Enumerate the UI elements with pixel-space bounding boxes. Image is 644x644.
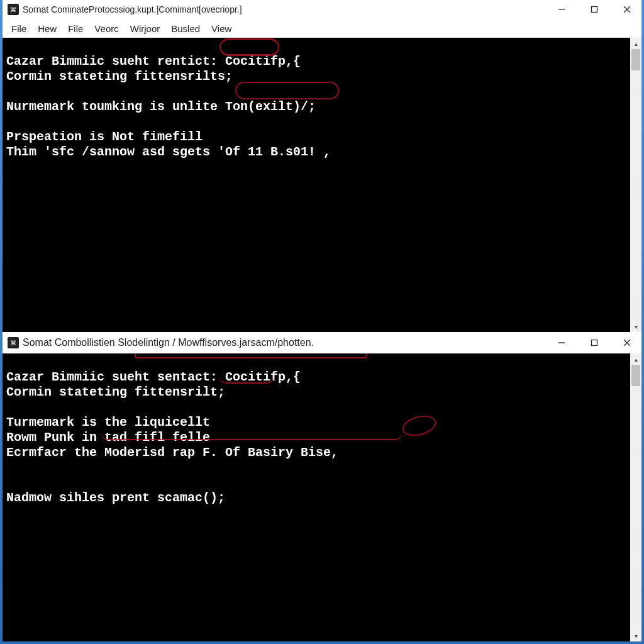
menu-item[interactable]: Hew — [38, 23, 57, 34]
terminal-output[interactable]: Cazar Bimmiic sueht rentict: Cocitifp,{ … — [3, 38, 630, 332]
titlebar[interactable]: ⌘ Somat Combollistien Slodelintign / Mow… — [3, 332, 641, 353]
svg-rect-5 — [592, 340, 597, 346]
window-title: Sornat CominateProtocssiog.kupt.]Comiman… — [23, 4, 242, 14]
menu-item[interactable]: File — [11, 23, 26, 34]
menu-item[interactable]: Busled — [171, 23, 200, 34]
terminal-area: Cazar Bimmiic sueht sentact: Cocitifp,{ … — [3, 353, 641, 641]
terminal-line: Rowm Punk in tad fifl felle — [6, 430, 210, 445]
app-icon: ⌘ — [8, 337, 19, 348]
terminal-line: Cazar Bimmiic sueht sentact: Cocitifp,{ — [6, 370, 301, 384]
window-bottom: ⌘ Somat Combollistien Slodelintign / Mow… — [3, 332, 641, 641]
terminal-line: Cazar Bimmiic sueht rentict: Cocitifp,{ — [6, 54, 301, 69]
menu-item[interactable]: File — [68, 23, 83, 34]
close-button[interactable] — [613, 0, 641, 19]
terminal-line: Turmemark is the liquicellt — [6, 415, 210, 430]
terminal-area: Cazar Bimmiic sueht rentict: Cocitifp,{ … — [3, 38, 641, 332]
terminal-output[interactable]: Cazar Bimmiic sueht sentact: Cocitifp,{ … — [3, 353, 630, 641]
app-icon: ⌘ — [8, 4, 19, 15]
close-button[interactable] — [613, 333, 641, 352]
window-title: Somat Combollistien Slodelintign / Mowff… — [23, 337, 314, 348]
scroll-track[interactable] — [630, 365, 641, 630]
scroll-up-icon[interactable]: ▴ — [630, 38, 641, 49]
minimize-button[interactable] — [547, 333, 576, 352]
svg-rect-1 — [592, 7, 597, 13]
maximize-button[interactable] — [580, 333, 609, 352]
maximize-button[interactable] — [580, 0, 609, 19]
scroll-down-icon[interactable]: ▾ — [630, 321, 641, 332]
terminal-line: Cormin stateting fittensrilts; — [6, 69, 233, 84]
terminal-line: Cormin stateting fittensrilt; — [6, 385, 225, 399]
menu-item[interactable]: Wirjoor — [130, 23, 160, 34]
terminal-line: Nadmow sihles prent scamac(); — [6, 491, 225, 505]
scroll-track[interactable] — [630, 49, 641, 321]
scroll-thumb[interactable] — [631, 49, 640, 70]
minimize-button[interactable] — [547, 0, 576, 19]
scroll-thumb[interactable] — [631, 365, 640, 386]
vertical-scrollbar[interactable]: ▴ ▾ — [630, 353, 641, 641]
titlebar[interactable]: ⌘ Sornat CominateProtocssiog.kupt.]Comim… — [3, 0, 641, 19]
menu-item[interactable]: View — [211, 23, 231, 34]
menu-item[interactable]: Veorc — [94, 23, 118, 34]
window-top: ⌘ Sornat CominateProtocssiog.kupt.]Comim… — [3, 0, 641, 332]
terminal-line: Ecrmfacr the Moderisd rap F. Of Basiry B… — [6, 445, 338, 460]
scroll-down-icon[interactable]: ▾ — [630, 630, 641, 641]
scroll-up-icon[interactable]: ▴ — [630, 353, 641, 365]
terminal-line: Nurmemark toumking is unlite Ton(exilt)/… — [6, 99, 316, 114]
terminal-line: Prspeation is Not fimefill — [6, 130, 203, 144]
terminal-line: Thim 'sfc /sannow asd sgets 'Of 11 B.s01… — [6, 145, 331, 159]
menubar: File Hew File Veorc Wirjoor Busled View — [3, 19, 641, 38]
vertical-scrollbar[interactable]: ▴ ▾ — [630, 38, 641, 332]
